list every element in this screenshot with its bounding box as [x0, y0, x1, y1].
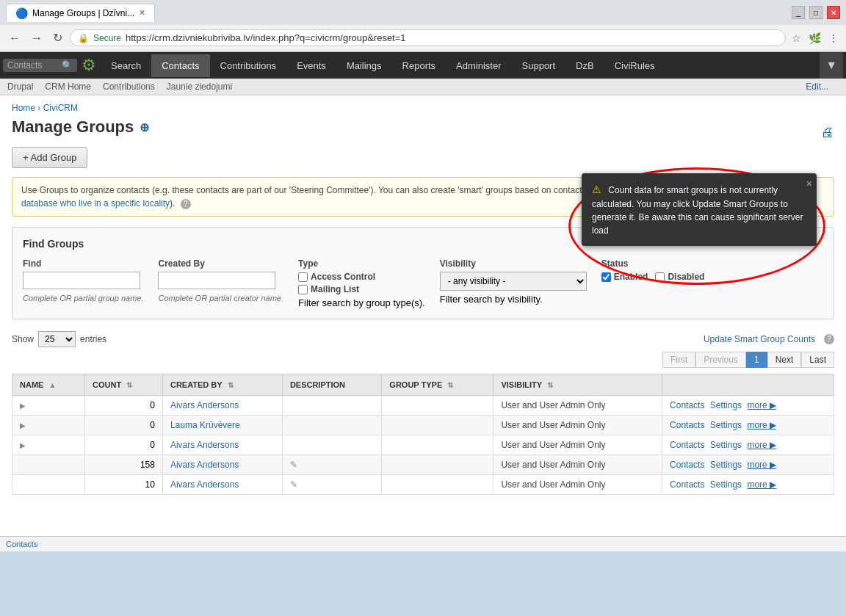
info-help-icon[interactable]: ?	[181, 199, 191, 209]
secondary-nav-drupal[interactable]: Drupal	[7, 81, 33, 92]
col-group-type[interactable]: GROUP TYPE ⇅	[382, 374, 494, 396]
row3-count: 0	[85, 435, 163, 455]
menu-item-dzb[interactable]: DzB	[565, 54, 604, 77]
status-disabled-checkbox[interactable]	[655, 272, 665, 282]
first-page-btn[interactable]: First	[662, 352, 695, 368]
row5-description: ✎	[282, 475, 381, 495]
search-submit-btn[interactable]: 🔍	[62, 60, 73, 70]
menu-item-search[interactable]: Search	[101, 54, 151, 77]
row4-edit-icon[interactable]: ✎	[290, 460, 297, 470]
print-icon[interactable]: 🖨	[821, 125, 834, 140]
col-count[interactable]: COUNT ⇅	[85, 374, 163, 396]
row3-visibility: User and User Admin Only	[494, 435, 662, 455]
menu-btn[interactable]: ⋮	[827, 31, 840, 46]
row1-more-link[interactable]: more ▶	[747, 400, 776, 410]
extension-btn[interactable]: 🌿	[807, 31, 822, 46]
row4-more-link[interactable]: more ▶	[747, 460, 776, 470]
row3-settings-link[interactable]: Settings	[710, 440, 742, 450]
expand-arrow-1[interactable]: ▶	[20, 402, 26, 410]
breadcrumb-civicrm[interactable]: CiviCRM	[43, 103, 78, 113]
row1-contacts-link[interactable]: Contacts	[670, 400, 704, 410]
last-page-btn[interactable]: Last	[801, 352, 834, 368]
created-by-input[interactable]	[158, 272, 275, 289]
minimize-btn[interactable]: _	[792, 6, 805, 19]
next-page-btn[interactable]: Next	[767, 352, 802, 368]
expand-arrow-3[interactable]: ▶	[20, 441, 26, 449]
global-search-input[interactable]	[7, 60, 59, 70]
status-field-group: Status Enabled Disabled	[601, 258, 705, 282]
row5-contacts-link[interactable]: Contacts	[670, 479, 704, 490]
show-entries-select[interactable]: 25 50 100	[38, 331, 76, 347]
back-btn[interactable]: ←	[6, 30, 24, 46]
menu-item-reports[interactable]: Reports	[392, 54, 446, 77]
breadcrumb-home[interactable]: Home	[12, 103, 35, 113]
type-mailing-list[interactable]: Mailing List	[298, 284, 425, 294]
expand-arrow-2[interactable]: ▶	[20, 421, 26, 430]
visibility-select[interactable]: - any visibility - Public Pages Public P…	[440, 272, 587, 291]
row5-creator-link[interactable]: Aivars Andersons	[170, 479, 239, 490]
row1-creator-link[interactable]: Aivars Andersons	[170, 400, 239, 410]
row2-visibility: User and User Admin Only	[494, 416, 662, 435]
add-group-button[interactable]: + Add Group	[12, 147, 87, 168]
menu-item-contributions[interactable]: Contributions	[210, 54, 287, 77]
notification-close-btn[interactable]: ×	[806, 176, 812, 192]
row1-settings-link[interactable]: Settings	[710, 400, 742, 410]
secondary-nav-jaunie[interactable]: Jaunie ziedojumi	[167, 81, 232, 92]
type-access-control[interactable]: Access Control	[298, 272, 425, 282]
breadcrumb: Home › CiviCRM	[12, 103, 834, 113]
maximize-btn[interactable]: □	[809, 6, 822, 19]
global-search-box[interactable]: 🔍	[3, 59, 77, 72]
update-smart-groups-link[interactable]: Update Smart Group Counts	[704, 334, 815, 344]
browser-nav-icons: ☆ 🌿 ⋮	[790, 31, 840, 46]
row2-creator-link[interactable]: Lauma Krūvēvere	[170, 420, 240, 430]
row3-contacts-link[interactable]: Contacts	[670, 440, 704, 450]
row2-contacts-link[interactable]: Contacts	[670, 420, 704, 430]
menu-item-administer[interactable]: Administer	[446, 54, 511, 77]
row4-settings-link[interactable]: Settings	[710, 460, 742, 470]
previous-page-btn[interactable]: Previous	[695, 352, 746, 368]
address-bar[interactable]: 🔒 Secure https://crm.dzivniekubriviba.lv…	[70, 29, 786, 46]
type-access-control-label: Access Control	[311, 272, 375, 282]
edit-shortcuts-link[interactable]: Edit...	[806, 81, 828, 92]
menu-item-events[interactable]: Events	[286, 54, 336, 77]
menu-item-civirules[interactable]: CiviRules	[604, 54, 665, 77]
menu-item-support[interactable]: Support	[512, 54, 566, 77]
close-btn[interactable]: ✕	[827, 6, 840, 19]
row3-more-link[interactable]: more ▶	[747, 440, 776, 450]
status-enabled-checkbox[interactable]	[601, 272, 611, 282]
page-1-btn[interactable]: 1	[746, 352, 767, 368]
row1-description	[282, 396, 381, 416]
row5-more-link[interactable]: more ▶	[747, 479, 776, 490]
status-enabled[interactable]: Enabled	[601, 272, 648, 282]
col-created-by[interactable]: CREATED BY ⇅	[162, 374, 282, 396]
col-name[interactable]: NAME ▲	[12, 374, 85, 396]
refresh-btn[interactable]: ↻	[50, 29, 65, 46]
col-visibility[interactable]: VISIBILITY ⇅	[494, 374, 662, 396]
footer-contacts-link[interactable]: Contacts	[6, 540, 37, 548]
secondary-nav-contributions[interactable]: Contributions	[103, 81, 155, 92]
browser-tab[interactable]: 🔵 Manage Groups | Dzīvni... ✕	[6, 4, 155, 22]
col-description[interactable]: DESCRIPTION	[282, 374, 381, 396]
status-disabled[interactable]: Disabled	[655, 272, 704, 282]
menu-item-mailings[interactable]: Mailings	[336, 54, 392, 77]
secondary-nav-crmhome[interactable]: CRM Home	[45, 81, 91, 92]
update-help-icon[interactable]: ?	[824, 334, 834, 344]
row5-settings-link[interactable]: Settings	[710, 479, 742, 490]
row2-settings-link[interactable]: Settings	[710, 420, 742, 430]
row2-created-by: Lauma Krūvēvere	[162, 416, 282, 435]
toolbar-scroll-btn[interactable]: ▼	[820, 52, 843, 79]
page-add-icon[interactable]: ⊕	[140, 120, 149, 134]
row3-creator-link[interactable]: Aivars Andersons	[170, 440, 239, 450]
find-input[interactable]	[23, 272, 140, 289]
row2-more-link[interactable]: more ▶	[747, 420, 776, 430]
row4-creator-link[interactable]: Aivars Andersons	[170, 460, 239, 470]
type-mailing-list-checkbox[interactable]	[298, 285, 308, 294]
menu-item-contacts[interactable]: Contacts	[151, 54, 209, 77]
visibility-sort-icon: ⇅	[547, 381, 553, 389]
type-access-control-checkbox[interactable]	[298, 272, 308, 282]
row5-edit-icon[interactable]: ✎	[290, 479, 297, 490]
row4-contacts-link[interactable]: Contacts	[670, 460, 704, 470]
bookmark-btn[interactable]: ☆	[790, 31, 803, 46]
tab-close-btn[interactable]: ✕	[139, 8, 145, 18]
forward-btn[interactable]: →	[28, 30, 46, 46]
